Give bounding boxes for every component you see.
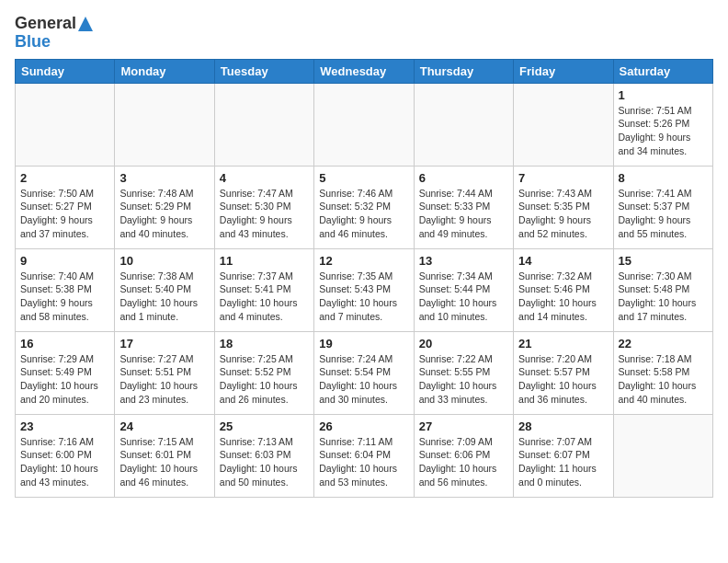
day-number: 2 [20,171,109,185]
day-details: Sunrise: 7:11 AM Sunset: 6:04 PM Dayligh… [319,435,408,489]
day-details: Sunrise: 7:32 AM Sunset: 5:46 PM Dayligh… [518,270,608,324]
calendar-cell [514,83,613,166]
calendar-cell: 11Sunrise: 7:37 AM Sunset: 5:41 PM Dayli… [214,248,313,331]
logo: General Blue [15,15,95,52]
calendar-cell [613,414,712,497]
calendar-cell: 16Sunrise: 7:29 AM Sunset: 5:49 PM Dayli… [16,331,115,414]
day-number: 15 [619,254,708,268]
day-details: Sunrise: 7:27 AM Sunset: 5:51 PM Dayligh… [119,352,209,407]
calendar-cell: 24Sunrise: 7:15 AM Sunset: 6:01 PM Dayli… [115,414,214,497]
calendar-cell: 4Sunrise: 7:47 AM Sunset: 5:30 PM Daylig… [214,166,313,248]
calendar-cell [314,83,414,166]
calendar-cell: 15Sunrise: 7:30 AM Sunset: 5:48 PM Dayli… [613,248,712,331]
day-details: Sunrise: 7:20 AM Sunset: 5:57 PM Dayligh… [518,352,608,407]
day-details: Sunrise: 7:48 AM Sunset: 5:29 PM Dayligh… [119,187,209,241]
calendar-cell: 13Sunrise: 7:34 AM Sunset: 5:44 PM Dayli… [414,248,513,331]
calendar-cell: 23Sunrise: 7:16 AM Sunset: 6:00 PM Dayli… [16,414,115,497]
day-number: 1 [619,88,708,102]
calendar-cell: 3Sunrise: 7:48 AM Sunset: 5:29 PM Daylig… [115,166,214,248]
day-header-friday: Friday [514,59,613,83]
day-details: Sunrise: 7:15 AM Sunset: 6:01 PM Dayligh… [119,435,209,489]
calendar-cell [16,83,115,166]
calendar-cell: 10Sunrise: 7:38 AM Sunset: 5:40 PM Dayli… [115,248,214,331]
day-details: Sunrise: 7:24 AM Sunset: 5:54 PM Dayligh… [319,352,408,407]
day-number: 21 [518,337,608,350]
day-header-tuesday: Tuesday [214,59,313,83]
day-details: Sunrise: 7:18 AM Sunset: 5:58 PM Dayligh… [619,352,708,407]
day-header-thursday: Thursday [414,59,513,83]
day-number: 6 [419,171,508,185]
day-number: 7 [518,171,608,185]
day-number: 5 [319,171,408,185]
day-details: Sunrise: 7:29 AM Sunset: 5:49 PM Dayligh… [20,352,109,407]
day-header-monday: Monday [115,59,214,83]
calendar-week-4: 23Sunrise: 7:16 AM Sunset: 6:00 PM Dayli… [16,414,713,497]
calendar-cell: 2Sunrise: 7:50 AM Sunset: 5:27 PM Daylig… [16,166,115,248]
calendar-cell: 20Sunrise: 7:22 AM Sunset: 5:55 PM Dayli… [414,331,513,414]
day-details: Sunrise: 7:47 AM Sunset: 5:30 PM Dayligh… [220,187,309,241]
day-header-sunday: Sunday [16,59,115,83]
day-details: Sunrise: 7:13 AM Sunset: 6:03 PM Dayligh… [220,435,309,489]
calendar-week-3: 16Sunrise: 7:29 AM Sunset: 5:49 PM Dayli… [16,331,713,414]
calendar-cell: 6Sunrise: 7:44 AM Sunset: 5:33 PM Daylig… [414,166,513,248]
day-number: 3 [119,171,209,185]
calendar-cell: 25Sunrise: 7:13 AM Sunset: 6:03 PM Dayli… [214,414,313,497]
day-details: Sunrise: 7:51 AM Sunset: 5:26 PM Dayligh… [619,104,708,158]
day-number: 19 [319,337,408,350]
logo-blue: Blue [15,33,51,52]
day-details: Sunrise: 7:09 AM Sunset: 6:06 PM Dayligh… [419,435,508,489]
calendar-cell: 18Sunrise: 7:25 AM Sunset: 5:52 PM Dayli… [214,331,313,414]
day-number: 8 [619,171,708,185]
calendar-cell [414,83,513,166]
day-number: 4 [220,171,309,185]
day-details: Sunrise: 7:07 AM Sunset: 6:07 PM Dayligh… [518,435,608,489]
day-header-wednesday: Wednesday [314,59,414,83]
day-number: 26 [319,419,408,433]
day-number: 14 [518,254,608,268]
calendar-cell: 19Sunrise: 7:24 AM Sunset: 5:54 PM Dayli… [314,331,414,414]
day-details: Sunrise: 7:43 AM Sunset: 5:35 PM Dayligh… [518,187,608,241]
day-details: Sunrise: 7:22 AM Sunset: 5:55 PM Dayligh… [419,352,508,407]
day-details: Sunrise: 7:40 AM Sunset: 5:38 PM Dayligh… [20,270,109,324]
day-number: 10 [119,254,209,268]
day-number: 13 [419,254,508,268]
calendar-cell: 14Sunrise: 7:32 AM Sunset: 5:46 PM Dayli… [514,248,613,331]
day-number: 25 [220,419,309,433]
calendar-cell: 27Sunrise: 7:09 AM Sunset: 6:06 PM Dayli… [414,414,513,497]
calendar-cell: 22Sunrise: 7:18 AM Sunset: 5:58 PM Dayli… [613,331,712,414]
page-header: General Blue [15,15,713,52]
day-number: 12 [319,254,408,268]
day-number: 18 [220,337,309,350]
day-number: 27 [419,419,508,433]
day-details: Sunrise: 7:46 AM Sunset: 5:32 PM Dayligh… [319,187,408,241]
day-number: 17 [119,337,209,350]
day-details: Sunrise: 7:30 AM Sunset: 5:48 PM Dayligh… [619,270,708,324]
day-number: 9 [20,254,109,268]
day-number: 24 [119,419,209,433]
calendar-cell: 9Sunrise: 7:40 AM Sunset: 5:38 PM Daylig… [16,248,115,331]
calendar-cell [115,83,214,166]
day-details: Sunrise: 7:25 AM Sunset: 5:52 PM Dayligh… [220,352,309,407]
day-number: 11 [220,254,309,268]
day-details: Sunrise: 7:41 AM Sunset: 5:37 PM Dayligh… [619,187,708,241]
logo-general: General [15,15,76,33]
day-number: 16 [20,337,109,350]
calendar-week-2: 9Sunrise: 7:40 AM Sunset: 5:38 PM Daylig… [16,248,713,331]
day-details: Sunrise: 7:16 AM Sunset: 6:00 PM Dayligh… [20,435,109,489]
calendar-cell: 21Sunrise: 7:20 AM Sunset: 5:57 PM Dayli… [514,331,613,414]
calendar-body: 1Sunrise: 7:51 AM Sunset: 5:26 PM Daylig… [16,83,713,497]
logo-triangle-icon [76,15,95,33]
day-number: 28 [518,419,608,433]
day-details: Sunrise: 7:38 AM Sunset: 5:40 PM Dayligh… [119,270,209,324]
day-details: Sunrise: 7:35 AM Sunset: 5:43 PM Dayligh… [319,270,408,324]
calendar-table: SundayMondayTuesdayWednesdayThursdayFrid… [15,59,713,498]
day-number: 20 [419,337,508,350]
svg-marker-0 [78,17,93,31]
day-header-saturday: Saturday [613,59,712,83]
calendar-week-1: 2Sunrise: 7:50 AM Sunset: 5:27 PM Daylig… [16,166,713,248]
calendar-cell: 28Sunrise: 7:07 AM Sunset: 6:07 PM Dayli… [514,414,613,497]
calendar-cell: 17Sunrise: 7:27 AM Sunset: 5:51 PM Dayli… [115,331,214,414]
day-details: Sunrise: 7:34 AM Sunset: 5:44 PM Dayligh… [419,270,508,324]
calendar-cell: 26Sunrise: 7:11 AM Sunset: 6:04 PM Dayli… [314,414,414,497]
day-details: Sunrise: 7:44 AM Sunset: 5:33 PM Dayligh… [419,187,508,241]
